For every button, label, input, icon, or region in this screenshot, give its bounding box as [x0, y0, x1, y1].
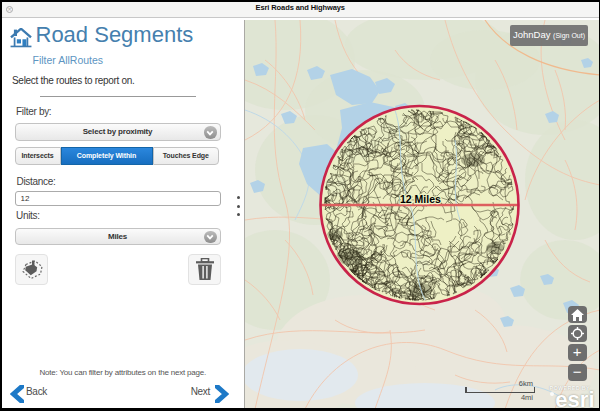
svg-text:12 Miles: 12 Miles	[400, 192, 441, 204]
